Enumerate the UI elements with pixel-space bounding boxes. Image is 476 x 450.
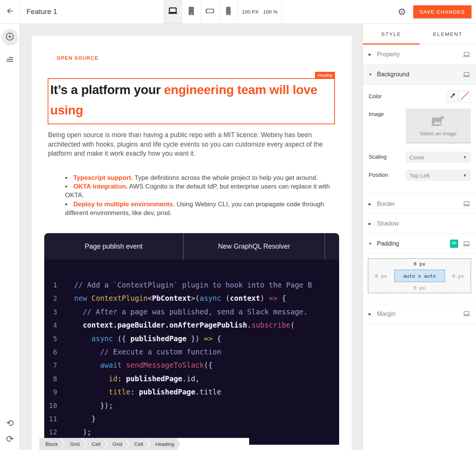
navigator-icon (6, 57, 13, 62)
feature-list-item[interactable]: •Deploy to multiple environments. Using … (65, 200, 336, 217)
padding-left-value[interactable]: 0 px (375, 273, 387, 279)
color-label: Color (369, 91, 406, 102)
page-builder-app: Feature 1 (0, 0, 476, 450)
undo-icon: ⟲ (6, 418, 14, 428)
code-tab-page-publish: Page publish event (44, 233, 183, 260)
no-color-icon (460, 91, 470, 102)
desktop-scope-icon[interactable] (463, 241, 470, 247)
chevron-right-icon: ▶ (369, 53, 372, 56)
code-snippet-image[interactable]: Page publish event New GraphQL Resolver … (44, 233, 339, 445)
image-label: Image (369, 108, 406, 143)
breadcrumb-cell-2[interactable]: Cell (83, 438, 107, 450)
code-line: 5 async ({ publishedPage }) => { (44, 332, 339, 345)
feature-list[interactable]: •Typescript support. Type definitions ac… (65, 173, 336, 217)
redo-button[interactable]: ⟳ (5, 434, 15, 444)
padding-bottom-value[interactable]: 0 px (368, 285, 471, 291)
plus-circle-icon (5, 32, 14, 43)
heading-plain: It’s a platform your (50, 83, 164, 97)
desktop-scope-icon[interactable] (463, 72, 470, 77)
device-mobile-button[interactable] (219, 0, 238, 23)
breadcrumb-heading-5[interactable]: Heading (146, 438, 181, 450)
background-settings: Color Image (363, 85, 476, 194)
section-label: Border (377, 201, 458, 207)
chevron-right-icon: ▶ (369, 202, 372, 206)
section-padding[interactable]: ▼ Padding (363, 234, 476, 254)
breadcrumb-block-0[interactable]: Block (39, 438, 64, 450)
viewport-info: 100 PX 100 % (238, 0, 282, 23)
code-tab-partial (325, 233, 339, 260)
code-line: 9 title: publishedPage.title (44, 385, 339, 399)
chevron-right-icon: ▶ (369, 312, 372, 316)
section-label: Shadow (377, 220, 470, 227)
link-icon (451, 240, 457, 247)
link-values-button[interactable] (450, 240, 458, 248)
breadcrumb-grid-3[interactable]: Grid (104, 438, 129, 450)
no-color-swatch[interactable] (459, 91, 471, 102)
breadcrumb-grid-1[interactable]: Grid (61, 438, 86, 450)
code-line: 4 context.pageBuilder.onAfterPagePublish… (44, 319, 339, 332)
color-picker-button[interactable] (447, 91, 458, 102)
code-line: 3 // After a page was published, send a … (44, 305, 339, 319)
position-value: Top Left (409, 172, 429, 179)
select-image-dropzone[interactable]: Select an image (406, 108, 471, 143)
feature-list-item[interactable]: •Typescript support. Type definitions ac… (65, 173, 336, 182)
section-property[interactable]: ▶ Property (363, 45, 476, 65)
padding-top-value[interactable]: 0 px (368, 261, 471, 267)
code-tab-bar: Page publish event New GraphQL Resolver (44, 233, 339, 260)
caret-down-icon: ▼ (463, 155, 467, 159)
padding-right-value[interactable]: 0 px (452, 273, 464, 279)
section-border[interactable]: ▶ Border (363, 194, 476, 214)
section-label: Margin (377, 311, 458, 317)
code-tab-graphql: New GraphQL Resolver (184, 233, 324, 260)
heading-text: It’s a platform your engineering team wi… (50, 80, 332, 121)
page-document[interactable]: OPEN SOURCE Heading It’s a platform your… (32, 36, 352, 450)
add-element-button[interactable] (2, 29, 18, 46)
section-shadow[interactable]: ▶ Shadow (363, 214, 476, 234)
section-background[interactable]: ▼ Background (363, 65, 476, 85)
code-line: 7 await sendMessageToSlack({ (44, 359, 339, 372)
code-line: 2new ContextPlugin<PbContext>(async (con… (44, 292, 339, 305)
position-select[interactable]: Top Left ▼ (406, 170, 471, 181)
tab-element[interactable]: ELEMENT (420, 24, 476, 44)
top-bar: Feature 1 (0, 0, 476, 24)
page-title: Feature 1 (20, 8, 163, 16)
back-button[interactable] (0, 0, 20, 23)
code-listing: 1// Add a `ContextPlugin` plugin to hook… (44, 260, 339, 445)
desktop-icon (168, 7, 178, 17)
code-line: 10 }); (44, 399, 339, 412)
back-arrow-icon (6, 7, 14, 17)
desktop-scope-icon[interactable] (463, 52, 470, 57)
padding-editor: 0 px 0 px auto x auto 0 px 0 px (363, 254, 476, 304)
chevron-right-icon: ▶ (369, 222, 372, 226)
desktop-scope-icon[interactable] (463, 201, 470, 207)
feature-list-item[interactable]: •OKTA integration. AWS Cognito is the de… (65, 182, 336, 199)
scaling-value: Cover (409, 154, 425, 161)
mobile-landscape-icon (205, 8, 214, 15)
kicker-text[interactable]: OPEN SOURCE (57, 55, 98, 61)
select-image-hint: Select an image (420, 131, 457, 136)
chevron-down-icon: ▼ (369, 242, 372, 246)
redo-icon: ⟳ (6, 434, 14, 444)
section-margin[interactable]: ▶ Margin (363, 304, 476, 324)
scaling-label: Scaling (369, 152, 406, 163)
selected-heading-block[interactable]: Heading It’s a platform your engineering… (48, 78, 335, 124)
undo-button[interactable]: ⟲ (5, 418, 15, 428)
caret-down-icon: ▼ (463, 173, 467, 178)
tab-style[interactable]: STYLE (363, 24, 420, 44)
image-plus-icon (431, 115, 446, 128)
intro-paragraph[interactable]: Being open source is more than having a … (48, 130, 335, 158)
breadcrumb-cell-4[interactable]: Cell (125, 438, 149, 450)
padding-size-box[interactable]: auto x auto (394, 270, 445, 282)
code-line: 12 ); (44, 425, 339, 439)
desktop-scope-icon[interactable] (463, 311, 470, 317)
mobile-icon (226, 6, 231, 17)
device-tablet-button[interactable] (182, 0, 201, 23)
save-changes-button[interactable]: SAVE CHANGES (413, 5, 471, 18)
device-mobile-landscape-button[interactable] (201, 0, 219, 23)
scaling-select[interactable]: Cover ▼ (406, 152, 471, 163)
device-desktop-button[interactable] (164, 0, 182, 23)
viewport-width: 100 PX (242, 9, 259, 15)
eyedropper-icon (450, 93, 456, 101)
settings-button[interactable]: ⚙ (394, 3, 410, 20)
navigator-button[interactable] (0, 55, 20, 64)
